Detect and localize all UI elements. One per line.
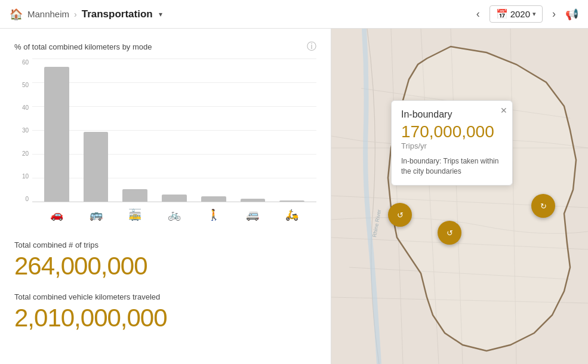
x-icon-3: 🚲 [162,208,187,221]
city-label: Mannheim [27,9,69,19]
x-icon-1: 🚌 [84,208,109,221]
tooltip-unit: Trips/yr [401,141,503,150]
tooltip-title: In-boundary [401,109,503,120]
map-background: Rhine River ✕ In-boundary 170,000,000 Tr… [331,29,588,364]
year-dropdown-icon: ▾ [532,10,536,18]
y-label-10: 10 [22,173,29,180]
svg-text:↺: ↺ [447,229,453,237]
map-panel: Rhine River ✕ In-boundary 170,000,000 Tr… [331,29,588,364]
year-label: 2020 [510,9,530,19]
vkt-stat: Total combined vehicle kilometers travel… [14,292,316,332]
prev-button[interactable]: ‹ [472,5,485,23]
bar-3 [162,195,187,202]
bar-6 [279,200,304,202]
map-marker-center[interactable]: ↺ [438,221,461,245]
chart-title: % of total combined kilometers by mode [14,42,152,51]
bars-container [32,59,316,202]
info-icon[interactable]: ⓘ [307,41,316,53]
bar-4 [201,196,226,202]
chart-inner [32,59,316,202]
trips-value: 264,000,000 [14,252,316,280]
y-label-40: 40 [22,104,29,111]
map-marker-left[interactable]: ↺ [388,203,412,227]
breadcrumb-separator: › [74,10,77,19]
bar-group-4 [201,196,226,202]
bar-group-5 [241,199,266,202]
chart-section: % of total combined kilometers by mode ⓘ… [14,41,316,226]
bar-group-0 [44,67,69,202]
x-icon-0: 🚗 [44,208,69,221]
app-header: 🏠 Mannheim › Transportation ▾ ‹ 📅 2020 ▾… [0,0,588,29]
bar-1 [84,132,109,202]
y-label-30: 30 [22,127,29,134]
x-icon-2: 🚋 [122,208,147,221]
page-title: Transportation [82,8,153,20]
trips-stat: Total combined # of trips 264,000,000 [14,240,316,280]
x-icons: 🚗🚌🚋🚲🚶🚐🛵 [32,203,316,226]
y-axis: 60 50 40 30 20 10 0 [14,59,31,202]
calendar-icon: 📅 [496,8,508,20]
chart-title-row: % of total combined kilometers by mode ⓘ [14,41,316,53]
chart-area: 60 50 40 30 20 10 0 [14,59,316,226]
header-controls: ‹ 📅 2020 ▾ › 📢 [472,5,578,23]
main-content: % of total combined kilometers by mode ⓘ… [0,29,588,364]
y-label-50: 50 [22,82,29,88]
page-dropdown-icon[interactable]: ▾ [159,10,162,18]
trips-label: Total combined # of trips [14,240,316,249]
tooltip: ✕ In-boundary 170,000,000 Trips/yr In-bo… [391,100,513,186]
x-icon-5: 🚐 [241,208,266,221]
bar-group-6 [279,200,304,202]
tooltip-value: 170,000,000 [401,122,503,141]
left-panel: % of total combined kilometers by mode ⓘ… [0,29,331,364]
vkt-value: 2,010,000,000 [14,304,316,332]
y-label-60: 60 [22,59,29,66]
bar-2 [122,189,147,202]
y-label-20: 20 [22,150,29,157]
breadcrumb: 🏠 Mannheim › Transportation ▾ [10,8,162,21]
bar-5 [241,199,266,202]
svg-text:↺: ↺ [397,211,404,220]
bar-group-3 [162,195,187,202]
announce-icon[interactable]: 📢 [565,8,578,21]
y-label-0: 0 [25,196,29,202]
home-icon[interactable]: 🏠 [10,8,23,21]
bar-group-2 [122,189,147,202]
next-button[interactable]: › [547,5,561,23]
x-icon-4: 🚶 [201,208,226,221]
bar-group-1 [84,132,109,202]
map-marker-right[interactable]: ↻ [531,194,555,218]
svg-text:↻: ↻ [540,202,547,211]
tooltip-desc: In-boundary: Trips taken within the city… [401,156,503,177]
vkt-label: Total combined vehicle kilometers travel… [14,292,316,301]
x-icon-6: 🛵 [279,208,304,221]
bar-0 [44,67,69,202]
tooltip-close-button[interactable]: ✕ [500,106,507,115]
year-selector[interactable]: 📅 2020 ▾ [490,5,543,23]
